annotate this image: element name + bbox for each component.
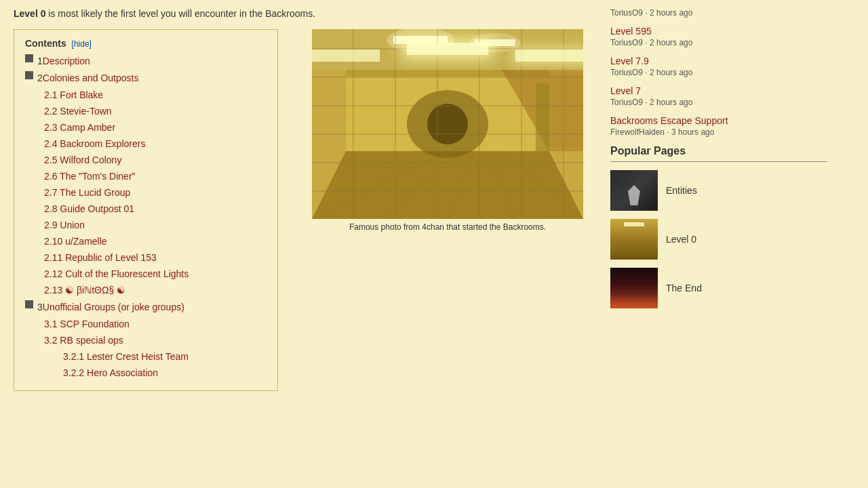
svg-point-16 xyxy=(427,104,468,144)
list-item: 3.2.1 Lester Crest Heist Team xyxy=(63,350,267,364)
toc-link-unofficial[interactable]: Unofficial Groups (or joke groups) xyxy=(43,300,184,314)
toc-link-2-6[interactable]: 2.6 The "Tom's Diner" xyxy=(44,171,136,182)
toc-link-description[interactable]: Description xyxy=(43,54,90,68)
svg-rect-7 xyxy=(549,29,583,151)
toc-label-2-10: u/Zamelle xyxy=(65,236,106,247)
intro-bold: Level 0 xyxy=(14,8,45,19)
recent-link-level7[interactable]: Level 7 xyxy=(610,85,641,96)
toc-link-2-7[interactable]: 2.7 The Lucid Group xyxy=(44,187,130,198)
toc-item-3: 3 Unofficial Groups (or joke groups) 3.1… xyxy=(25,300,267,380)
toc-link-2-8[interactable]: 2.8 Guide Outpost 01 xyxy=(44,203,134,214)
svg-rect-13 xyxy=(475,39,515,46)
toc-label-3-2-2: Hero Association xyxy=(87,367,158,378)
toc-link-3-1[interactable]: 3.1 SCP Foundation xyxy=(44,319,130,329)
image-caption: Famous photo from 4chan that started the… xyxy=(312,222,583,232)
toc-link-2-10[interactable]: 2.10 u/Zamelle xyxy=(44,236,107,247)
toc-link-3-2-1[interactable]: 3.2.1 Lester Crest Heist Team xyxy=(63,351,189,362)
list-item: 3.2 RB special ops 3.2.1 Lester Crest He… xyxy=(44,333,267,380)
svg-rect-0 xyxy=(312,29,583,219)
list-item: 2.1 Fort Blake xyxy=(44,88,267,102)
popular-item-the-end: The End xyxy=(610,265,827,311)
recent-meta-toriuso9: ToriusO9 · 2 hours ago xyxy=(610,8,827,18)
toc-header: Contents [hide] xyxy=(25,38,267,49)
svg-line-20 xyxy=(488,151,515,219)
recent-item-level595: Level 595 ToriusO9 · 2 hours ago xyxy=(610,26,827,47)
toc-label-2-12: Cult of the Fluorescent Lights xyxy=(65,268,189,279)
list-item: 2.8 Guide Outpost 01 xyxy=(44,202,267,216)
list-item: 2.4 Backroom Explorers xyxy=(44,137,267,151)
toc-label-2-4: Backroom Explorers xyxy=(60,138,145,149)
svg-line-17 xyxy=(312,151,448,219)
toc-sub-list-3: 3.1 SCP Foundation 3.2 RB special ops 3.… xyxy=(25,317,267,380)
recent-link-level79[interactable]: Level 7.9 xyxy=(610,56,649,66)
toc-label-2-5: Wilford Colony xyxy=(60,155,121,165)
intro-text: is most likely the first level you will … xyxy=(45,8,315,19)
toc-link-2-1[interactable]: 2.1 Fort Blake xyxy=(44,89,103,100)
toc-link-2-12[interactable]: 2.12 Cult of the Fluorescent Lights xyxy=(44,268,189,279)
toc-link-2-2[interactable]: 2.2 Stevie-Town xyxy=(44,106,112,117)
popular-item-level0: Level 0 xyxy=(610,216,827,262)
recent-item-toriuso9: ToriusO9 · 2 hours ago xyxy=(610,8,827,18)
entities-thumbnail xyxy=(610,170,658,211)
popular-item-entities: Entities xyxy=(610,167,827,214)
list-item: 2.9 Union xyxy=(44,218,267,232)
toc-num-1: 1 xyxy=(37,54,43,68)
toc-num-2: 2 xyxy=(37,71,43,85)
recent-item-backrooms-escape: Backrooms Escape Support FirewolfHaiden … xyxy=(610,115,827,137)
toc-label-2-2: Stevie-Town xyxy=(60,106,111,117)
toc-bullet-3 xyxy=(25,300,33,308)
toc-title: Contents xyxy=(25,38,66,49)
toc-link-3-2-2[interactable]: 3.2.2 Hero Association xyxy=(63,367,158,378)
intro-paragraph: Level 0 is most likely the first level y… xyxy=(14,7,583,21)
svg-line-18 xyxy=(380,151,461,219)
toc-sub-sub-list-3-2: 3.2.1 Lester Crest Heist Team 3.2.2 Hero… xyxy=(44,350,267,380)
sidebar: ToriusO9 · 2 hours ago Level 595 ToriusO… xyxy=(597,0,841,488)
popular-label-the-end: The End xyxy=(666,283,702,293)
svg-marker-1 xyxy=(312,151,583,219)
toc-label-2-1: Fort Blake xyxy=(60,89,103,100)
svg-rect-22 xyxy=(536,83,549,151)
toc-num-3: 3 xyxy=(37,300,43,314)
toc-item-2: 2 Colonies and Outposts 2.1 Fort Blake 2… xyxy=(25,71,267,298)
list-item: 3.1 SCP Foundation xyxy=(44,317,267,331)
recent-link-level595[interactable]: Level 595 xyxy=(610,26,652,37)
toc-link-2-13[interactable]: 2.13 ☯ βiℕtΘΩ§ ☯ xyxy=(44,285,125,296)
toc-link-2-11[interactable]: 2.11 Republic of Level 153 xyxy=(44,252,157,263)
toc-link-2-3[interactable]: 2.3 Camp Amber xyxy=(44,122,115,133)
toc-link-colonies[interactable]: Colonies and Outposts xyxy=(43,71,139,85)
level0-thumbnail xyxy=(610,219,658,260)
svg-point-12 xyxy=(387,29,454,52)
svg-point-15 xyxy=(407,90,488,158)
recent-meta-level79: ToriusO9 · 2 hours ago xyxy=(610,68,827,77)
the-end-thumbnail xyxy=(610,268,658,308)
main-content: Level 0 is most likely the first level y… xyxy=(0,0,597,488)
toc-hide-link[interactable]: [hide] xyxy=(72,39,92,49)
toc-label-2-11: Republic of Level 153 xyxy=(65,252,157,263)
toc-label-2-7: The Lucid Group xyxy=(60,187,130,198)
list-item: 2.5 Wilford Colony xyxy=(44,153,267,167)
popular-pages-header: Popular Pages xyxy=(610,145,827,162)
backrooms-svg xyxy=(312,29,583,219)
image-container: Famous photo from 4chan that started the… xyxy=(312,29,583,232)
popular-thumb-entities xyxy=(610,170,658,211)
svg-line-19 xyxy=(448,151,475,219)
toc-link-3-2[interactable]: 3.2 RB special ops xyxy=(44,335,123,346)
toc-link-2-9[interactable]: 2.9 Union xyxy=(44,220,85,230)
svg-rect-11 xyxy=(393,36,448,44)
svg-point-14 xyxy=(469,33,521,52)
svg-rect-9 xyxy=(312,29,583,70)
list-item: 2.13 ☯ βiℕtΘΩ§ ☯ xyxy=(44,283,267,298)
list-item: 2.7 The Lucid Group xyxy=(44,186,267,200)
recent-item-level7: Level 7 ToriusO9 · 2 hours ago xyxy=(610,85,827,107)
svg-rect-10 xyxy=(346,70,549,77)
recent-link-backrooms-escape[interactable]: Backrooms Escape Support xyxy=(610,115,728,126)
list-item: 3.2.2 Hero Association xyxy=(63,366,267,380)
toc-label-3-2-1: Lester Crest Heist Team xyxy=(87,351,189,362)
toc-link-2-4[interactable]: 2.4 Backroom Explorers xyxy=(44,138,145,149)
recent-meta-level595: ToriusO9 · 2 hours ago xyxy=(610,38,827,47)
svg-rect-2 xyxy=(346,70,549,151)
toc-link-2-5[interactable]: 2.5 Wilford Colony xyxy=(44,155,121,165)
recent-meta-level7: ToriusO9 · 2 hours ago xyxy=(610,98,827,107)
toc-label-3-2: RB special ops xyxy=(60,335,123,346)
popular-label-entities: Entities xyxy=(666,185,697,196)
